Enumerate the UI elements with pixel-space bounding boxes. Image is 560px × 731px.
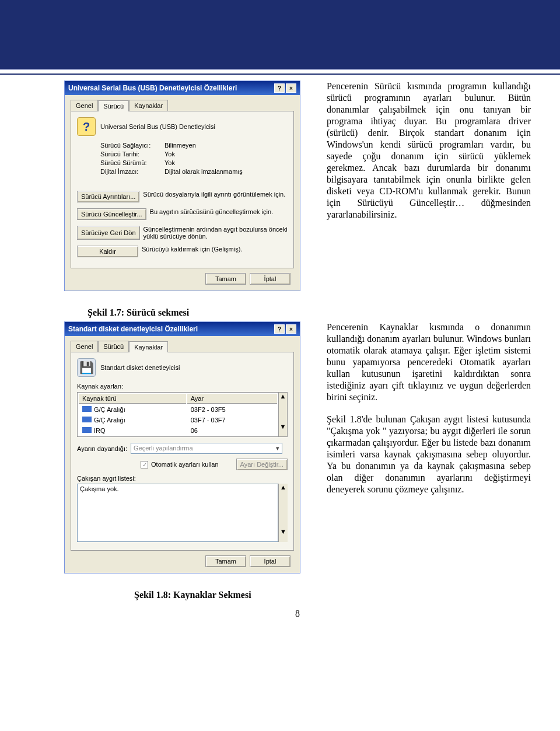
cell: 06 bbox=[187, 426, 277, 435]
prop-key: Sürücü Sürümü: bbox=[100, 159, 164, 166]
prop-val: Dijital olarak imzalanmamış bbox=[164, 168, 243, 175]
close-icon[interactable]: × bbox=[286, 83, 296, 93]
help-icon[interactable]: ? bbox=[274, 83, 285, 93]
prop-key: Sürücü Tarihi: bbox=[100, 151, 164, 158]
tab-panel-driver: ? Universal Serial Bus (USB) Denetleyici… bbox=[71, 111, 294, 268]
prop-key: Dijital İmzacı: bbox=[100, 168, 164, 175]
dropdown-value: Geçerli yapılandırma bbox=[134, 445, 193, 452]
configuration-dropdown[interactable]: Geçerli yapılandırma ▾ bbox=[131, 443, 282, 454]
page-body: Universal Serial Bus (USB) Denetleyicisi… bbox=[0, 81, 560, 636]
conflict-listbox[interactable]: Çakışma yok. bbox=[77, 484, 278, 542]
chevron-down-icon: ▾ bbox=[276, 445, 279, 452]
ok-button[interactable]: Tamam bbox=[205, 555, 246, 567]
paragraph-driver-tab: Pencerenin Sürücü kısmında programın kul… bbox=[327, 81, 531, 221]
scrollbar[interactable]: ▲ ▼ bbox=[278, 393, 287, 436]
update-driver-button[interactable]: Sürücü Güncelleştir... bbox=[77, 208, 146, 220]
scrollbar[interactable]: ▲ ▼ bbox=[278, 484, 288, 542]
dialog-titlebar[interactable]: Universal Serial Bus (USB) Denetleyicisi… bbox=[65, 81, 300, 95]
col-setting[interactable]: Ayar bbox=[187, 394, 277, 404]
driver-properties-dialog: Universal Serial Bus (USB) Denetleyicisi… bbox=[64, 81, 300, 291]
tab-resources[interactable]: Kaynaklar bbox=[129, 341, 168, 352]
prop-key: Sürücü Sağlayıcı: bbox=[100, 142, 164, 149]
cell: G/Ç Aralığı bbox=[94, 417, 125, 424]
rollback-driver-button[interactable]: Sürücüye Geri Dön bbox=[77, 226, 140, 240]
figure-caption-1-7: Şekil 1.7: Sürücü sekmesi bbox=[88, 307, 531, 318]
remove-driver-desc: Sürücüyü kaldırmak için (Gelişmiş). bbox=[142, 246, 288, 257]
cancel-button[interactable]: İptal bbox=[250, 555, 290, 567]
table-row[interactable]: IRQ 06 bbox=[79, 426, 277, 435]
tab-resources[interactable]: Kaynaklar bbox=[129, 100, 168, 111]
remove-driver-button[interactable]: Kaldır bbox=[77, 246, 138, 257]
help-icon[interactable]: ? bbox=[274, 324, 285, 334]
table-row[interactable]: G/Ç Aralığı 03F2 - 03F5 bbox=[79, 405, 277, 414]
dialog-title-text: Standart disket denetleyicisi Özellikler… bbox=[68, 325, 198, 333]
rollback-driver-desc: Güncelleştirmenin ardından aygıt bozulur… bbox=[144, 226, 288, 240]
document-header-band bbox=[0, 0, 560, 70]
cell: IRQ bbox=[94, 427, 106, 434]
ok-button[interactable]: Tamam bbox=[205, 273, 246, 285]
unknown-device-icon: ? bbox=[77, 117, 96, 136]
update-driver-desc: Bu aygıtın sürücüsünü güncelleştirmek iç… bbox=[150, 208, 288, 220]
conflict-list-label: Çakışan aygıt listesi: bbox=[77, 475, 288, 482]
irq-icon bbox=[82, 427, 92, 433]
paragraph-conflict-list: Şekil 1.8'de bulunan Çakışan aygıt liste… bbox=[327, 414, 531, 495]
cancel-button[interactable]: İptal bbox=[250, 273, 290, 285]
resource-settings-table[interactable]: Kaynak türü Ayar G/Ç Aralığı 03F2 - 03F5… bbox=[78, 393, 278, 436]
dialog-titlebar[interactable]: Standart disket denetleyicisi Özellikler… bbox=[65, 322, 300, 336]
tab-general[interactable]: Genel bbox=[71, 100, 98, 111]
tabstrip: Genel Sürücü Kaynaklar bbox=[71, 100, 294, 111]
driver-details-button[interactable]: Sürücü Ayrıntıları... bbox=[77, 191, 139, 202]
tab-driver[interactable]: Sürücü bbox=[98, 100, 129, 111]
io-range-icon bbox=[82, 417, 92, 422]
tab-panel-resources: 💾 Standart disket denetleyicisi Kaynak a… bbox=[71, 352, 294, 551]
tabstrip: Genel Sürücü Kaynaklar bbox=[71, 341, 294, 352]
prop-val: Yok bbox=[164, 159, 175, 166]
device-name: Universal Serial Bus (USB) Denetleyicisi bbox=[100, 123, 215, 130]
cell: 03F7 - 03F7 bbox=[187, 415, 277, 425]
cell: 03F2 - 03F5 bbox=[187, 405, 277, 414]
device-name: Standart disket denetleyicisi bbox=[100, 364, 180, 371]
driver-details-desc: Sürücü dosyalarıyla ilgili ayrıntı görün… bbox=[143, 191, 288, 202]
header-underline bbox=[0, 74, 560, 75]
auto-settings-checkbox[interactable]: ✓ bbox=[141, 461, 148, 468]
auto-settings-label: Otomatik ayarları kullan bbox=[151, 461, 219, 468]
page-number: 8 bbox=[64, 608, 531, 619]
table-row[interactable]: G/Ç Aralığı 03F7 - 03F7 bbox=[79, 415, 277, 425]
col-resource-type[interactable]: Kaynak türü bbox=[79, 394, 186, 404]
floppy-controller-icon: 💾 bbox=[77, 358, 96, 377]
cell: G/Ç Aralığı bbox=[94, 406, 125, 413]
prop-val: Yok bbox=[164, 151, 175, 158]
based-on-label: Ayarın dayandığı: bbox=[77, 445, 127, 452]
conflict-list-value: Çakışma yok. bbox=[80, 485, 275, 492]
change-setting-button[interactable]: Ayarı Değiştir... bbox=[236, 459, 288, 470]
tab-driver[interactable]: Sürücü bbox=[98, 341, 129, 352]
close-icon[interactable]: × bbox=[286, 324, 296, 334]
resource-settings-label: Kaynak ayarları: bbox=[77, 383, 288, 390]
dialog-title-text: Universal Serial Bus (USB) Denetleyicisi… bbox=[68, 84, 237, 92]
prop-val: Bilinmeyen bbox=[164, 142, 196, 149]
io-range-icon bbox=[82, 406, 92, 412]
tab-general[interactable]: Genel bbox=[71, 341, 98, 352]
paragraph-resources-tab: Pencerenin Kaynaklar kısmında o donanımı… bbox=[327, 321, 531, 403]
driver-properties-table: Sürücü Sağlayıcı:Bilinmeyen Sürücü Tarih… bbox=[100, 142, 288, 175]
figure-caption-1-8: Şekil 1.8: Kaynaklar Sekmesi bbox=[134, 590, 531, 600]
resources-properties-dialog: Standart disket denetleyicisi Özellikler… bbox=[64, 321, 300, 573]
